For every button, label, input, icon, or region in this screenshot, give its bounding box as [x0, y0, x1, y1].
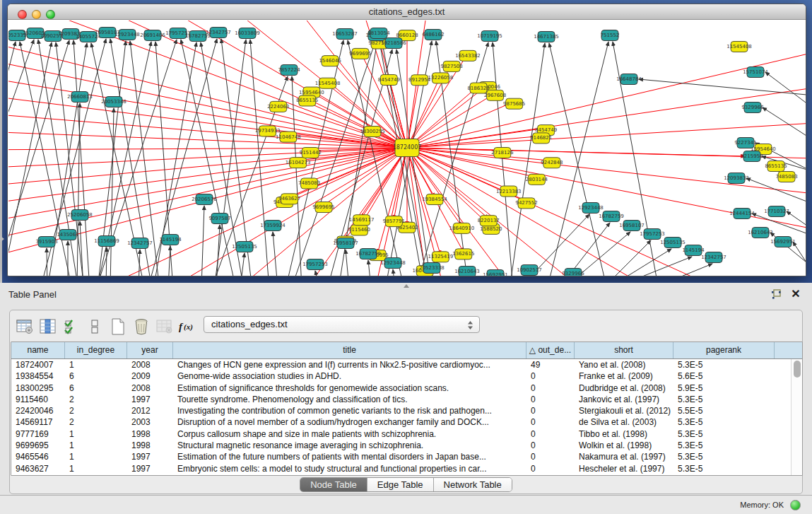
- network-node[interactable]: 8220137: [478, 216, 500, 226]
- network-node[interactable]: 9699695: [349, 48, 371, 59]
- network-node[interactable]: 11545408: [315, 78, 341, 88]
- network-node[interactable]: 9146821: [530, 133, 552, 144]
- network-node[interactable]: 11156869: [94, 236, 119, 247]
- table-select-dropdown[interactable]: citations_edges.txt: [204, 316, 480, 333]
- network-node[interactable]: 9151442: [300, 148, 322, 158]
- delete-table-button[interactable]: [154, 316, 175, 337]
- column-header-out_de[interactable]: △ out_de...: [526, 342, 575, 358]
- network-node[interactable]: 17710327: [764, 206, 789, 217]
- network-node[interactable]: 19384554: [422, 194, 447, 205]
- function-builder-button[interactable]: f(x): [177, 316, 199, 337]
- network-node[interactable]: 16543382: [455, 50, 481, 61]
- table-row[interactable]: 2242004622012Investigating the contribut…: [11, 405, 802, 416]
- window-titlebar[interactable]: citations_edges.txt: [8, 4, 806, 20]
- network-node[interactable]: 9463627: [278, 194, 300, 204]
- network-view-window[interactable]: citations_edges.txt 86601288912954132260…: [7, 4, 806, 276]
- new-table-button[interactable]: [107, 316, 129, 337]
- tab-edge-table[interactable]: Edge Table: [367, 478, 434, 491]
- column-header-in_degree[interactable]: in_degree: [65, 342, 127, 358]
- network-node[interactable]: 20691406: [140, 30, 165, 41]
- network-node[interactable]: 12444154: [729, 209, 755, 219]
- show-columns-button[interactable]: [37, 316, 59, 337]
- network-node[interactable]: 9329966: [562, 269, 584, 277]
- float-panel-icon[interactable]: [770, 288, 782, 300]
- network-node[interactable]: 9857791: [383, 216, 405, 227]
- tab-node-table[interactable]: Node Table: [300, 478, 367, 491]
- close-panel-icon[interactable]: ✕: [789, 288, 802, 300]
- network-node[interactable]: 10719195: [477, 31, 502, 42]
- network-node[interactable]: 16782759: [599, 211, 624, 222]
- network-node[interactable]: 12213383: [496, 186, 522, 197]
- network-node[interactable]: 1435061: [57, 230, 78, 240]
- network-node[interactable]: 9827508: [441, 61, 463, 71]
- network-node[interactable]: 16210643: [454, 267, 480, 277]
- network-node[interactable]: 8186328: [467, 83, 489, 93]
- network-node[interactable]: 10902517: [517, 265, 542, 276]
- vertical-scrollbar[interactable]: [791, 359, 802, 475]
- network-node[interactable]: 2224063: [267, 101, 289, 112]
- network-node[interactable]: 14671385: [534, 32, 559, 42]
- network-node[interactable]: 12342757: [701, 252, 726, 263]
- network-node[interactable]: 9699695: [312, 202, 334, 213]
- table-row[interactable]: 1456911722003Disruption of a novel membe…: [11, 416, 802, 428]
- network-node[interactable]: 9427552: [515, 198, 537, 209]
- network-node[interactable]: 15692951: [770, 237, 796, 247]
- network-node[interactable]: 15692951: [483, 270, 508, 277]
- network-node[interactable]: 18724007: [393, 139, 422, 157]
- table-row[interactable]: 1938455462009Genome-wide association stu…: [11, 370, 802, 382]
- network-node[interactable]: 2803144: [526, 174, 548, 185]
- network-node[interactable]: 12923448: [578, 203, 604, 214]
- network-node[interactable]: 8655135: [296, 95, 318, 106]
- table-row[interactable]: 969969511998Structural magnetic resonanc…: [11, 440, 802, 451]
- network-node[interactable]: 9115460: [348, 225, 370, 235]
- table-settings-button[interactable]: [14, 316, 35, 337]
- table-row[interactable]: 946362711997Embryonic stem cells: a mode…: [11, 463, 802, 474]
- table-row[interactable]: 1830029562008Estimation of significance …: [11, 382, 802, 394]
- network-node[interactable]: 2718126: [491, 148, 514, 158]
- column-header-year[interactable]: year: [127, 342, 173, 358]
- network-node[interactable]: 16958107: [619, 221, 645, 231]
- network-node[interactable]: 12093832: [724, 173, 749, 184]
- network-node[interactable]: 17957253: [640, 229, 665, 240]
- network-node[interactable]: 12342757: [127, 238, 153, 249]
- network-node[interactable]: 11545408: [726, 42, 752, 52]
- table-row[interactable]: 1872400712008Changes of HCN gene express…: [11, 359, 802, 370]
- network-node[interactable]: 7485083: [298, 178, 320, 189]
- table-row[interactable]: 911546021997Tourette syndrome. Phenomeno…: [11, 394, 802, 405]
- network-node[interactable]: 2967608: [484, 90, 506, 100]
- network-node[interactable]: 10653287: [332, 29, 358, 40]
- network-node[interactable]: 8215958: [741, 151, 763, 162]
- citation-network-graph[interactable]: 8660128891295413226058982750816543382224…: [8, 21, 806, 276]
- memory-ok-indicator[interactable]: [790, 500, 801, 510]
- network-node[interactable]: 6486162: [422, 30, 444, 40]
- network-node[interactable]: 9242848: [541, 158, 563, 168]
- network-node[interactable]: 16033809: [235, 28, 260, 39]
- network-node[interactable]: 7857224: [278, 65, 300, 76]
- table-row[interactable]: 946554611997Estimation of the future num…: [11, 451, 802, 462]
- network-node[interactable]: 751552: [601, 30, 620, 41]
- left-splitter-arrow-icon[interactable]: [1, 236, 4, 242]
- network-node[interactable]: 1546046: [319, 56, 341, 66]
- network-node[interactable]: 17957253: [302, 259, 328, 270]
- network-node[interactable]: 12505135: [660, 238, 686, 248]
- column-header-short[interactable]: short: [575, 342, 673, 358]
- network-node[interactable]: 9097587: [208, 214, 230, 224]
- network-canvas[interactable]: 8660128891295413226058982750816543382224…: [8, 21, 806, 276]
- network-node[interactable]: 8813054: [367, 28, 390, 39]
- table-row[interactable]: 977716911998Corpus callosum shape and si…: [11, 428, 802, 440]
- network-node[interactable]: 16104273: [286, 158, 311, 168]
- network-node[interactable]: 8655135: [765, 161, 787, 172]
- delete-rows-trash-button[interactable]: [131, 316, 152, 337]
- network-node[interactable]: 20660813: [67, 92, 93, 103]
- tab-network-table[interactable]: Network Table: [434, 478, 512, 491]
- row-height-button[interactable]: [84, 316, 105, 337]
- network-node[interactable]: 3915903: [35, 237, 57, 247]
- network-node[interactable]: 9875685: [503, 98, 525, 109]
- network-node[interactable]: 7485083: [775, 172, 797, 182]
- network-node[interactable]: 1145194: [159, 235, 182, 245]
- scrollbar-thumb[interactable]: [794, 361, 801, 378]
- network-node[interactable]: 11325419: [428, 252, 454, 262]
- network-node[interactable]: 25206058: [67, 210, 93, 221]
- network-node[interactable]: 8454749: [378, 75, 400, 86]
- network-node[interactable]: 16210643: [748, 228, 773, 238]
